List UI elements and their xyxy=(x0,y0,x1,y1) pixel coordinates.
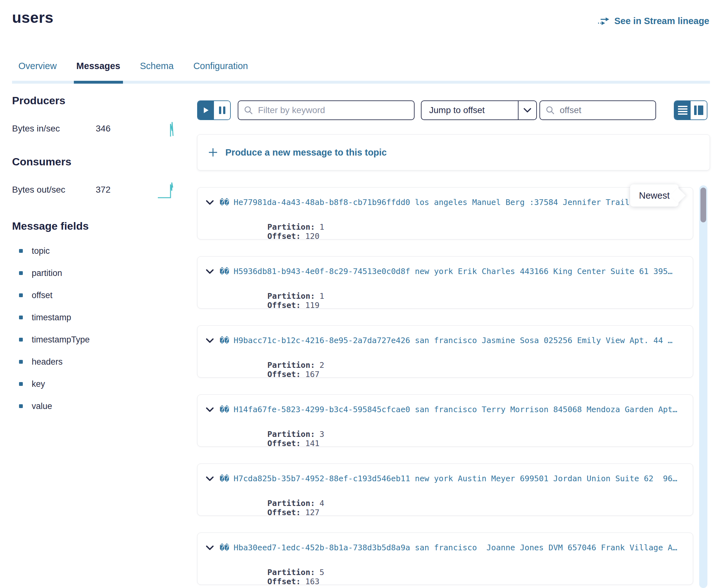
search-icon xyxy=(546,106,555,115)
key-binary-glyphs: �� xyxy=(220,267,229,276)
partition-value: 5 xyxy=(319,568,324,577)
chevron-down-icon xyxy=(523,108,531,113)
message-key-line: ��H7cda825b-35b7-4952-88ef-c193d546eb11n… xyxy=(206,474,690,483)
message-key-line: ��H5936db81-b943-4e0f-8c29-74513e0c0d8fn… xyxy=(206,267,690,276)
filter-keyword-input[interactable] xyxy=(257,105,408,115)
offset-label: Offset: xyxy=(268,508,301,516)
message-row[interactable]: ��H5936db81-b943-4e0f-8c29-74513e0c0d8fn… xyxy=(197,256,693,309)
scrollbar-thumb[interactable] xyxy=(700,188,706,223)
bytes-out-value: 372 xyxy=(96,185,110,195)
message-value-preview: san francisco Jasmine Sosa 025256 Emily … xyxy=(415,336,673,345)
expand-chevron-icon[interactable] xyxy=(206,476,214,481)
partition-value: 3 xyxy=(319,429,324,439)
stream-lineage-link[interactable]: See in Stream lineage xyxy=(598,16,709,26)
message-row[interactable]: ��Hba30eed7-1edc-452b-8b1a-738d3b5d8a9as… xyxy=(197,532,693,585)
bytes-in-label: Bytes in/sec xyxy=(12,124,96,134)
field-bullet-icon xyxy=(19,382,23,386)
plus-icon xyxy=(208,148,218,157)
offset-value: 120 xyxy=(305,232,319,239)
field-item-topic: topic xyxy=(12,240,178,262)
tab-schema[interactable]: Schema xyxy=(140,61,174,84)
produce-message-label: Produce a new message to this topic xyxy=(225,147,387,158)
expand-chevron-icon[interactable] xyxy=(206,407,214,412)
bytes-out-label: Bytes out/sec xyxy=(12,185,96,195)
message-value-preview: new york Erik Charles 443166 King Center… xyxy=(415,267,673,276)
message-fields-list: topic partition offset timestamp timesta… xyxy=(12,240,178,417)
field-bullet-icon xyxy=(19,360,23,364)
field-bullet-icon xyxy=(19,293,23,297)
message-row[interactable]: ��H9bacc71c-b12c-4216-8e95-2a7da727e426s… xyxy=(197,326,693,378)
message-row[interactable]: ��He77981da-4a43-48ab-b8f8-cb71b96ffdd0l… xyxy=(197,187,693,239)
expand-chevron-icon[interactable] xyxy=(206,200,214,205)
partition-label: Partition: xyxy=(268,429,315,439)
bytes-in-metric: Bytes in/sec 346 xyxy=(12,120,178,138)
offset-label: Offset: xyxy=(268,301,301,309)
message-value-preview: new york Austin Meyer 699501 Jordan Unio… xyxy=(415,474,677,483)
offset-search-box xyxy=(539,101,656,120)
message-meta-line: Partition:1 Offset:120 Timestamp:1659644… xyxy=(220,213,690,239)
key-binary-glyphs: �� xyxy=(220,405,229,414)
offset-search-input[interactable] xyxy=(559,105,650,115)
filter-keyword-box xyxy=(238,101,415,120)
produce-message-button[interactable]: Produce a new message to this topic xyxy=(197,134,710,170)
column-view-icon xyxy=(694,105,703,115)
message-value-preview: san francisco Terry Morrison 845068 Mend… xyxy=(415,405,677,414)
key-binary-glyphs: �� xyxy=(220,543,229,552)
offset-value: 167 xyxy=(305,370,319,378)
list-view-icon xyxy=(678,106,687,115)
message-list: ��He77981da-4a43-48ab-b8f8-cb71b96ffdd0l… xyxy=(197,187,693,585)
message-key-line: ��He77981da-4a43-48ab-b8f8-cb71b96ffdd0l… xyxy=(206,198,690,207)
tab-messages[interactable]: Messages xyxy=(76,61,120,84)
message-value-preview: san francisco Joanne Jones DVM 657046 Fr… xyxy=(415,543,677,552)
expand-chevron-icon[interactable] xyxy=(206,545,214,550)
select-chevron-area[interactable] xyxy=(518,101,536,120)
field-item-timestampType: timestampType xyxy=(12,329,178,351)
jump-to-offset-select[interactable]: Jump to offset xyxy=(421,101,537,120)
expand-chevron-icon[interactable] xyxy=(206,269,214,274)
field-item-headers: headers xyxy=(12,351,178,373)
offset-value: 127 xyxy=(305,508,319,516)
offset-label: Offset: xyxy=(268,232,301,239)
message-fields-heading: Message fields xyxy=(12,220,178,232)
field-bullet-icon xyxy=(19,404,23,408)
offset-value: 163 xyxy=(305,577,319,585)
message-value-preview: los angeles Manuel Berg :37584 Jennifer … xyxy=(415,198,639,207)
tab-overview[interactable]: Overview xyxy=(18,61,57,84)
search-icon xyxy=(244,106,253,115)
lineage-arrows-icon xyxy=(598,17,610,26)
newest-tooltip: Newest xyxy=(630,184,679,207)
bytes-out-metric: Bytes out/sec 372 xyxy=(12,181,178,199)
scrollbar-track[interactable] xyxy=(699,185,707,588)
messages-panel: Jump to offset xyxy=(197,101,710,588)
stream-play-pause-toggle xyxy=(197,101,231,120)
field-bullet-icon xyxy=(19,271,23,275)
key-binary-glyphs: �� xyxy=(220,198,229,207)
expand-chevron-icon[interactable] xyxy=(206,338,214,343)
message-row[interactable]: ��H14fa67fe-5823-4299-b3c4-595845cfcae0s… xyxy=(197,395,693,447)
message-meta-line: Partition:3 Offset:141 Timestamp:1659644… xyxy=(220,420,690,447)
stream-lineage-label: See in Stream lineage xyxy=(614,16,709,26)
message-key: H7cda825b-35b7-4952-88ef-c193d546eb11 xyxy=(233,474,410,483)
consumers-heading: Consumers xyxy=(12,155,178,168)
list-view-button[interactable] xyxy=(675,101,690,120)
offset-value: 141 xyxy=(305,439,319,447)
tab-configuration[interactable]: Configuration xyxy=(193,61,248,84)
bytes-out-sparkline xyxy=(157,181,178,199)
partition-value: 1 xyxy=(319,292,324,301)
field-item-partition: partition xyxy=(12,262,178,284)
partition-value: 2 xyxy=(319,360,324,370)
column-view-button[interactable] xyxy=(690,101,707,120)
message-key: H5936db81-b943-4e0f-8c29-74513e0c0d8f xyxy=(233,267,410,276)
offset-label: Offset: xyxy=(268,370,301,378)
field-bullet-icon xyxy=(19,338,23,341)
bytes-in-sparkline xyxy=(164,120,178,138)
pause-button[interactable] xyxy=(214,101,230,120)
field-item-timestamp: timestamp xyxy=(12,306,178,329)
message-row[interactable]: ��H7cda825b-35b7-4952-88ef-c193d546eb11n… xyxy=(197,463,693,516)
play-button[interactable] xyxy=(198,101,214,120)
tab-bar: Overview Messages Schema Configuration xyxy=(12,61,710,84)
partition-value: 1 xyxy=(319,223,324,232)
key-binary-glyphs: �� xyxy=(220,474,229,483)
message-key-line: ��H9bacc71c-b12c-4216-8e95-2a7da727e426s… xyxy=(206,336,690,345)
pause-icon xyxy=(219,106,225,114)
